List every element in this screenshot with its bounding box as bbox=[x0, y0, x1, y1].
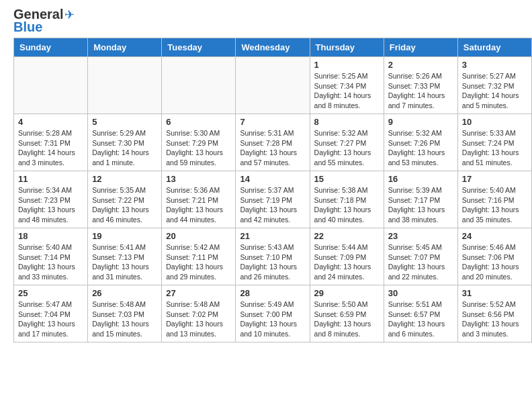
day-info: Sunrise: 5:45 AM Sunset: 7:07 PM Dayligh… bbox=[388, 242, 453, 282]
day-info: Sunrise: 5:25 AM Sunset: 7:34 PM Dayligh… bbox=[314, 71, 380, 111]
calendar-day-cell: 22Sunrise: 5:44 AM Sunset: 7:09 PM Dayli… bbox=[310, 228, 384, 285]
day-number: 3 bbox=[462, 60, 527, 70]
day-info: Sunrise: 5:46 AM Sunset: 7:06 PM Dayligh… bbox=[462, 242, 527, 282]
day-info: Sunrise: 5:47 AM Sunset: 7:04 PM Dayligh… bbox=[18, 300, 83, 339]
day-info: Sunrise: 5:27 AM Sunset: 7:32 PM Dayligh… bbox=[462, 71, 527, 111]
calendar-day-cell: 9Sunrise: 5:32 AM Sunset: 7:26 PM Daylig… bbox=[384, 114, 457, 171]
page-header: General ✈ Blue bbox=[0, 0, 532, 38]
day-info: Sunrise: 5:40 AM Sunset: 7:14 PM Dayligh… bbox=[18, 242, 83, 282]
calendar-day-cell: 28Sunrise: 5:49 AM Sunset: 7:00 PM Dayli… bbox=[236, 285, 310, 342]
calendar-day-cell: 8Sunrise: 5:32 AM Sunset: 7:27 PM Daylig… bbox=[310, 114, 384, 171]
calendar-week-row: 11Sunrise: 5:34 AM Sunset: 7:23 PM Dayli… bbox=[14, 171, 532, 228]
calendar-day-header: Monday bbox=[88, 38, 162, 57]
calendar-day-cell: 16Sunrise: 5:39 AM Sunset: 7:17 PM Dayli… bbox=[384, 171, 457, 228]
calendar-day-cell: 10Sunrise: 5:33 AM Sunset: 7:24 PM Dayli… bbox=[457, 114, 531, 171]
day-info: Sunrise: 5:26 AM Sunset: 7:33 PM Dayligh… bbox=[388, 71, 453, 111]
calendar-table: SundayMondayTuesdayWednesdayThursdayFrid… bbox=[13, 38, 532, 342]
day-info: Sunrise: 5:48 AM Sunset: 7:03 PM Dayligh… bbox=[92, 300, 157, 339]
day-info: Sunrise: 5:32 AM Sunset: 7:27 PM Dayligh… bbox=[314, 128, 380, 168]
day-number: 4 bbox=[18, 117, 83, 127]
day-number: 28 bbox=[240, 288, 305, 298]
day-info: Sunrise: 5:39 AM Sunset: 7:17 PM Dayligh… bbox=[388, 185, 453, 225]
day-number: 14 bbox=[240, 174, 305, 184]
calendar-day-cell: 17Sunrise: 5:40 AM Sunset: 7:16 PM Dayli… bbox=[457, 171, 531, 228]
day-info: Sunrise: 5:28 AM Sunset: 7:31 PM Dayligh… bbox=[18, 128, 83, 168]
calendar-day-cell: 13Sunrise: 5:36 AM Sunset: 7:21 PM Dayli… bbox=[162, 171, 236, 228]
calendar-day-cell: 25Sunrise: 5:47 AM Sunset: 7:04 PM Dayli… bbox=[14, 285, 88, 342]
day-number: 20 bbox=[166, 231, 231, 241]
day-info: Sunrise: 5:50 AM Sunset: 6:59 PM Dayligh… bbox=[314, 300, 380, 339]
calendar-day-cell: 21Sunrise: 5:43 AM Sunset: 7:10 PM Dayli… bbox=[236, 228, 310, 285]
day-info: Sunrise: 5:35 AM Sunset: 7:22 PM Dayligh… bbox=[92, 185, 157, 225]
day-number: 6 bbox=[166, 117, 231, 127]
calendar-day-cell: 1Sunrise: 5:25 AM Sunset: 7:34 PM Daylig… bbox=[310, 57, 384, 114]
calendar-day-cell: 11Sunrise: 5:34 AM Sunset: 7:23 PM Dayli… bbox=[14, 171, 88, 228]
calendar-day-cell: 15Sunrise: 5:38 AM Sunset: 7:18 PM Dayli… bbox=[310, 171, 384, 228]
day-number: 10 bbox=[462, 117, 527, 127]
day-number: 21 bbox=[240, 231, 305, 241]
calendar-week-row: 1Sunrise: 5:25 AM Sunset: 7:34 PM Daylig… bbox=[14, 57, 532, 114]
day-number: 31 bbox=[462, 288, 527, 298]
calendar-header-row: SundayMondayTuesdayWednesdayThursdayFrid… bbox=[14, 38, 532, 57]
day-number: 29 bbox=[314, 288, 380, 298]
day-info: Sunrise: 5:40 AM Sunset: 7:16 PM Dayligh… bbox=[462, 185, 527, 225]
day-number: 1 bbox=[314, 60, 380, 70]
calendar-day-cell: 26Sunrise: 5:48 AM Sunset: 7:03 PM Dayli… bbox=[88, 285, 162, 342]
calendar-day-cell: 14Sunrise: 5:37 AM Sunset: 7:19 PM Dayli… bbox=[236, 171, 310, 228]
day-number: 18 bbox=[18, 231, 83, 241]
day-info: Sunrise: 5:43 AM Sunset: 7:10 PM Dayligh… bbox=[240, 242, 305, 282]
day-info: Sunrise: 5:36 AM Sunset: 7:21 PM Dayligh… bbox=[166, 185, 231, 225]
calendar-day-header: Wednesday bbox=[236, 38, 310, 57]
calendar-day-cell: 7Sunrise: 5:31 AM Sunset: 7:28 PM Daylig… bbox=[236, 114, 310, 171]
day-number: 27 bbox=[166, 288, 231, 298]
day-info: Sunrise: 5:41 AM Sunset: 7:13 PM Dayligh… bbox=[92, 242, 157, 282]
calendar-day-cell: 19Sunrise: 5:41 AM Sunset: 7:13 PM Dayli… bbox=[88, 228, 162, 285]
logo: General ✈ Blue bbox=[13, 7, 75, 35]
calendar-day-cell: 2Sunrise: 5:26 AM Sunset: 7:33 PM Daylig… bbox=[384, 57, 457, 114]
calendar-day-header: Friday bbox=[384, 38, 457, 57]
calendar-day-cell bbox=[236, 57, 310, 114]
calendar-day-cell: 31Sunrise: 5:52 AM Sunset: 6:56 PM Dayli… bbox=[457, 285, 531, 342]
calendar-week-row: 25Sunrise: 5:47 AM Sunset: 7:04 PM Dayli… bbox=[14, 285, 532, 342]
day-number: 15 bbox=[314, 174, 380, 184]
calendar-day-cell: 27Sunrise: 5:48 AM Sunset: 7:02 PM Dayli… bbox=[162, 285, 236, 342]
day-info: Sunrise: 5:49 AM Sunset: 7:00 PM Dayligh… bbox=[240, 300, 305, 339]
day-number: 22 bbox=[314, 231, 380, 241]
day-info: Sunrise: 5:38 AM Sunset: 7:18 PM Dayligh… bbox=[314, 185, 380, 225]
calendar-day-cell: 29Sunrise: 5:50 AM Sunset: 6:59 PM Dayli… bbox=[310, 285, 384, 342]
day-info: Sunrise: 5:52 AM Sunset: 6:56 PM Dayligh… bbox=[462, 300, 527, 339]
day-info: Sunrise: 5:33 AM Sunset: 7:24 PM Dayligh… bbox=[462, 128, 527, 168]
day-number: 9 bbox=[388, 117, 453, 127]
calendar-day-cell bbox=[88, 57, 162, 114]
day-number: 23 bbox=[388, 231, 453, 241]
day-info: Sunrise: 5:44 AM Sunset: 7:09 PM Dayligh… bbox=[314, 242, 380, 282]
day-number: 16 bbox=[388, 174, 453, 184]
logo-bird-icon: ✈ bbox=[64, 7, 75, 22]
calendar-day-cell: 23Sunrise: 5:45 AM Sunset: 7:07 PM Dayli… bbox=[384, 228, 457, 285]
calendar-day-cell: 4Sunrise: 5:28 AM Sunset: 7:31 PM Daylig… bbox=[14, 114, 88, 171]
day-info: Sunrise: 5:37 AM Sunset: 7:19 PM Dayligh… bbox=[240, 185, 305, 225]
calendar-day-cell: 5Sunrise: 5:29 AM Sunset: 7:30 PM Daylig… bbox=[88, 114, 162, 171]
day-number: 7 bbox=[240, 117, 305, 127]
logo-blue-text: Blue bbox=[13, 19, 42, 35]
day-number: 5 bbox=[92, 117, 157, 127]
day-info: Sunrise: 5:42 AM Sunset: 7:11 PM Dayligh… bbox=[166, 242, 231, 282]
calendar-day-header: Thursday bbox=[310, 38, 384, 57]
calendar-day-cell bbox=[14, 57, 88, 114]
day-number: 17 bbox=[462, 174, 527, 184]
calendar-day-cell: 18Sunrise: 5:40 AM Sunset: 7:14 PM Dayli… bbox=[14, 228, 88, 285]
day-number: 2 bbox=[388, 60, 453, 70]
day-info: Sunrise: 5:48 AM Sunset: 7:02 PM Dayligh… bbox=[166, 300, 231, 339]
day-number: 30 bbox=[388, 288, 453, 298]
calendar-day-header: Tuesday bbox=[162, 38, 236, 57]
calendar-day-cell: 24Sunrise: 5:46 AM Sunset: 7:06 PM Dayli… bbox=[457, 228, 531, 285]
day-number: 19 bbox=[92, 231, 157, 241]
day-number: 13 bbox=[166, 174, 231, 184]
day-number: 8 bbox=[314, 117, 380, 127]
day-number: 24 bbox=[462, 231, 527, 241]
calendar-week-row: 4Sunrise: 5:28 AM Sunset: 7:31 PM Daylig… bbox=[14, 114, 532, 171]
day-number: 11 bbox=[18, 174, 83, 184]
day-info: Sunrise: 5:34 AM Sunset: 7:23 PM Dayligh… bbox=[18, 185, 83, 225]
calendar-day-cell: 20Sunrise: 5:42 AM Sunset: 7:11 PM Dayli… bbox=[162, 228, 236, 285]
day-info: Sunrise: 5:31 AM Sunset: 7:28 PM Dayligh… bbox=[240, 128, 305, 168]
